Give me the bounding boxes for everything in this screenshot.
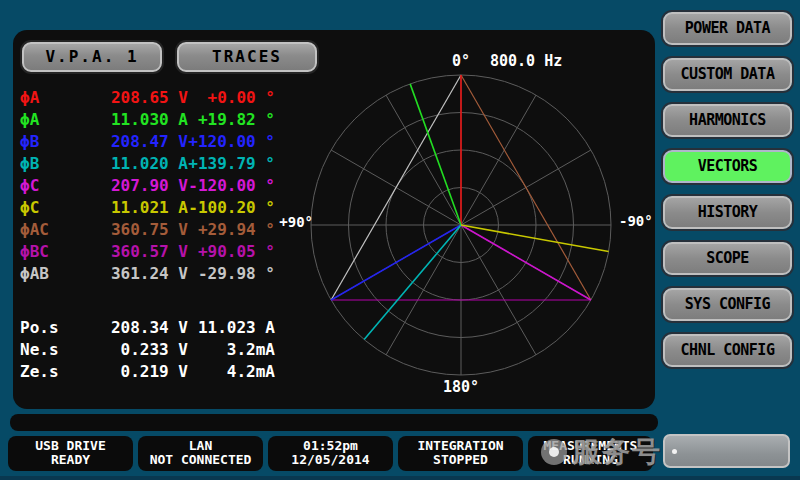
status-line: RUNNING	[528, 453, 653, 467]
status-line: READY	[8, 453, 133, 467]
measurement-row: ϕA 208.65 V +0.00 °	[20, 88, 275, 110]
summary-row: Po.s 208.34 V 11.023 A	[20, 318, 275, 340]
summary-label: Ne.s	[20, 340, 68, 362]
summary-label: Ze.s	[20, 362, 68, 384]
measurement-row: ϕC 207.90 V -120.00 °	[20, 176, 275, 198]
menu-history-button[interactable]: HISTORY	[663, 196, 792, 229]
phase-value: 11.030 A	[68, 110, 188, 132]
phase-value: 207.90 V	[68, 176, 188, 198]
screen-bottom-edge	[0, 476, 800, 480]
phase-value: 208.65 V	[68, 88, 188, 110]
status-line: LAN	[138, 439, 263, 453]
phase-label: ϕAC	[20, 220, 68, 242]
traces-button[interactable]: TRACES	[177, 42, 317, 72]
phase-label: ϕB	[20, 132, 68, 154]
phase-value: 360.57 V	[68, 242, 188, 264]
frequency-readout: 800.0 Hz	[490, 52, 562, 70]
panel-footer-bar	[10, 414, 658, 431]
softkey-indicator-dot	[672, 449, 677, 454]
summary-current: 3.2mA	[188, 340, 275, 362]
measurement-row: ϕB 11.020 A +139.79 °	[20, 154, 275, 176]
phase-angle: +120.00 °	[188, 132, 275, 154]
status-bar: USB DRIVE READY LAN NOT CONNECTED 01:52p…	[8, 436, 658, 471]
phase-label: ϕC	[20, 198, 68, 220]
right-menu: POWER DATA CUSTOM DATA HARMONICS VECTORS…	[663, 12, 792, 380]
summary-voltage: 208.34 V	[68, 318, 188, 340]
phase-angle: -29.98 °	[188, 264, 275, 286]
status-line: 01:52pm	[268, 439, 393, 453]
phase-angle: +139.79 °	[188, 154, 275, 176]
measurement-row: ϕB 208.47 V +120.00 °	[20, 132, 275, 154]
phasor-plus90-label: +90°	[261, 214, 313, 230]
phase-measurement-table: ϕA 208.65 V +0.00 ° ϕA 11.030 A +19.82 °…	[20, 88, 275, 286]
measurements-status-badge: MEASUREMENTS RUNNING	[528, 436, 653, 471]
sequence-summary-table: Po.s 208.34 V 11.023 A Ne.s 0.233 V 3.2m…	[20, 318, 275, 384]
status-line: USB DRIVE	[8, 439, 133, 453]
phase-value: 11.021 A	[68, 198, 188, 220]
phase-label: ϕAB	[20, 264, 68, 286]
status-line: 12/05/2014	[268, 453, 393, 467]
phase-angle: +0.00 °	[188, 88, 275, 110]
menu-custom-data-button[interactable]: CUSTOM DATA	[663, 58, 792, 91]
vpa-select-button[interactable]: V.P.A. 1	[22, 42, 162, 72]
menu-scope-button[interactable]: SCOPE	[663, 242, 792, 275]
measurement-row: ϕAC 360.75 V +29.94 °	[20, 220, 275, 242]
status-line: MEASUREMENTS	[528, 439, 653, 453]
menu-sys-config-button[interactable]: SYS CONFIG	[663, 288, 792, 321]
summary-current: 11.023 A	[188, 318, 275, 340]
phase-label: ϕA	[20, 88, 68, 110]
summary-label: Po.s	[20, 318, 68, 340]
status-line: INTEGRATION	[398, 439, 523, 453]
datetime-badge: 01:52pm 12/05/2014	[268, 436, 393, 471]
phasor-minus90-label: -90°	[619, 213, 653, 229]
power-analyzer-screen: V.P.A. 1 TRACES ϕA 208.65 V +0.00 ° ϕA 1…	[0, 0, 800, 480]
integration-status-badge: INTEGRATION STOPPED	[398, 436, 523, 471]
menu-harmonics-button[interactable]: HARMONICS	[663, 104, 792, 137]
measurement-row: ϕC 11.021 A -100.20 °	[20, 198, 275, 220]
phase-value: 361.24 V	[68, 264, 188, 286]
summary-current: 4.2mA	[188, 362, 275, 384]
phase-label: ϕA	[20, 110, 68, 132]
phase-value: 360.75 V	[68, 220, 188, 242]
measurement-row: ϕA 11.030 A +19.82 °	[20, 110, 275, 132]
phase-value: 208.47 V	[68, 132, 188, 154]
summary-row: Ze.s 0.219 V 4.2mA	[20, 362, 275, 384]
phasor-180deg-label: 180°	[437, 378, 485, 396]
phase-value: 11.020 A	[68, 154, 188, 176]
phase-angle: +90.05 °	[188, 242, 275, 264]
menu-power-data-button[interactable]: POWER DATA	[663, 12, 792, 45]
phasor-0deg-label: 0°	[441, 52, 481, 70]
status-line: NOT CONNECTED	[138, 453, 263, 467]
summary-row: Ne.s 0.233 V 3.2mA	[20, 340, 275, 362]
usb-status-badge: USB DRIVE READY	[8, 436, 133, 471]
phase-label: ϕB	[20, 154, 68, 176]
phase-angle: +19.82 °	[188, 110, 275, 132]
measurement-row: ϕAB 361.24 V -29.98 °	[20, 264, 275, 286]
status-line: STOPPED	[398, 453, 523, 467]
phasor-diagram	[301, 65, 621, 385]
summary-voltage: 0.219 V	[68, 362, 188, 384]
phase-label: ϕC	[20, 176, 68, 198]
phase-angle: -120.00 °	[188, 176, 275, 198]
menu-vectors-button[interactable]: VECTORS	[663, 150, 792, 183]
menu-chnl-config-button[interactable]: CHNL CONFIG	[663, 334, 792, 367]
softkey-button[interactable]	[663, 434, 790, 468]
lan-status-badge: LAN NOT CONNECTED	[138, 436, 263, 471]
summary-voltage: 0.233 V	[68, 340, 188, 362]
main-display-panel: V.P.A. 1 TRACES ϕA 208.65 V +0.00 ° ϕA 1…	[13, 30, 655, 409]
phase-label: ϕBC	[20, 242, 68, 264]
measurement-row: ϕBC 360.57 V +90.05 °	[20, 242, 275, 264]
